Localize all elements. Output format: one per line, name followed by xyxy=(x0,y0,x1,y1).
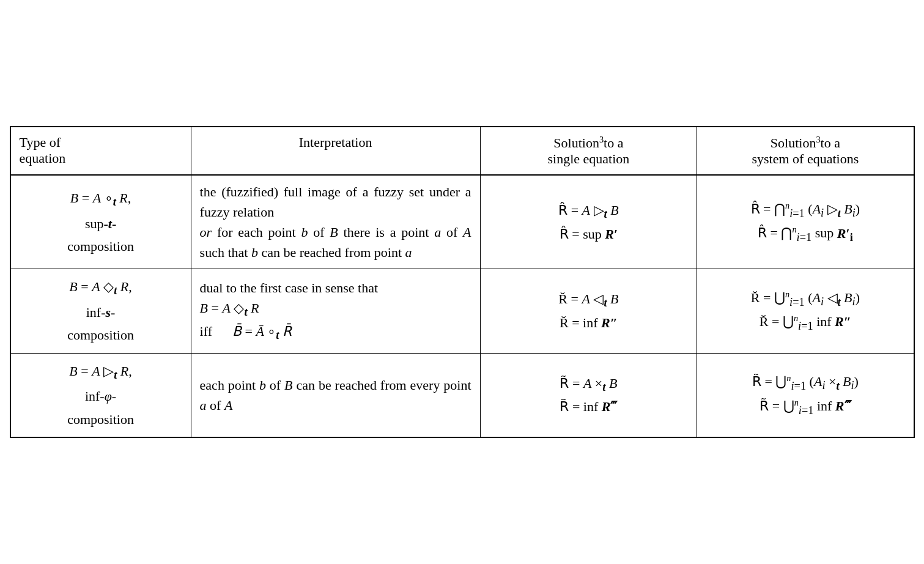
header-solution-single: Solution3to asingle equation xyxy=(480,127,697,175)
row1-interpretation: the (fuzzified) full im­age of a fuzzy s… xyxy=(191,175,480,269)
row1-solution-system: R̂ = ⋂ni=1 (Ai ▷t Bi) R̂ = ⋂ni=1 sup R′i xyxy=(697,175,914,269)
header-row: Type ofequation Interpretation Solution3… xyxy=(10,127,914,175)
row3-type: B = A ▷t R, inf-φ- composition xyxy=(10,353,191,437)
row2-solution-system: Ř = ⋃ni=1 (Ai ◁t Bi) Ř = ⋃ni=1 inf R″ xyxy=(697,269,914,353)
row3-solution-single: R̃ = A ×t B R̃ = inf R‴ xyxy=(480,353,697,437)
table-row: B = A ∘t R, sup-t- composition the (fuzz… xyxy=(10,175,914,269)
row2-solution-single: Ř = A ◁t B Ř = inf R″ xyxy=(480,269,697,353)
equation-table: Type ofequation Interpretation Solution3… xyxy=(10,126,915,438)
row2-type: B = A ◇t R, inf-s- composition xyxy=(10,269,191,353)
row2-interpretation: dual to the first case in sense that B =… xyxy=(191,269,480,353)
table-row: B = A ▷t R, inf-φ- composition each poin… xyxy=(10,353,914,437)
header-type: Type ofequation xyxy=(10,127,191,175)
row1-solution-single: R̂ = A ▷t B R̂ = sup R′ xyxy=(480,175,697,269)
main-table-container: Type ofequation Interpretation Solution3… xyxy=(10,126,915,438)
row1-type: B = A ∘t R, sup-t- composition xyxy=(10,175,191,269)
row3-interpretation: each point b of B can be reached from ev… xyxy=(191,353,480,437)
header-interpretation: Interpretation xyxy=(191,127,480,175)
header-solution-system: Solution3to asystem of equations xyxy=(697,127,914,175)
table-row: B = A ◇t R, inf-s- composition dual to t… xyxy=(10,269,914,353)
row3-solution-system: R̃ = ⋃ni=1 (Ai ×t Bi) R̃ = ⋃ni=1 inf R‴ xyxy=(697,353,914,437)
